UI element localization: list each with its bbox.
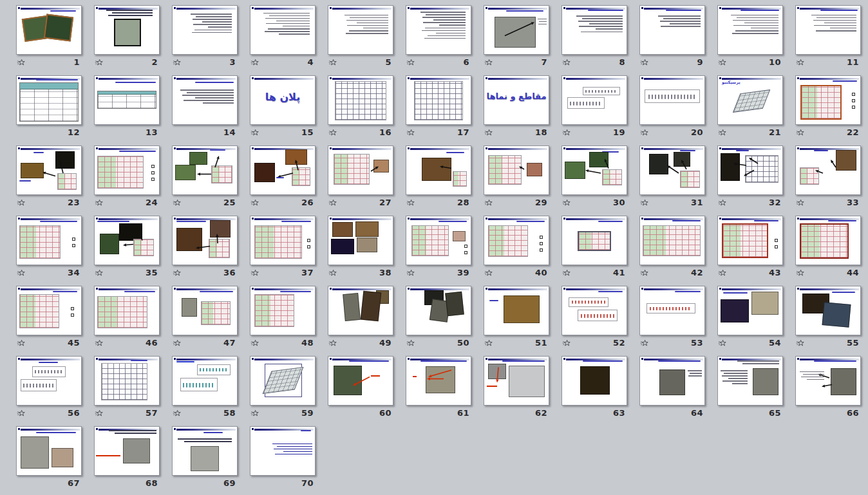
- animation-star-icon[interactable]: [250, 339, 259, 348]
- slide-thumbnail[interactable]: [172, 5, 238, 55]
- slide-thumbnail[interactable]: [795, 5, 861, 55]
- slide-thumbnail[interactable]: [328, 356, 393, 406]
- slide-thumbnail[interactable]: [406, 356, 471, 406]
- slide-thumbnail[interactable]: [717, 286, 783, 335]
- slide-thumbnail[interactable]: [172, 216, 238, 265]
- slide-thumbnail[interactable]: پلان ها: [250, 75, 316, 125]
- slide-thumbnail[interactable]: [484, 145, 549, 195]
- slide-thumbnail[interactable]: [250, 5, 316, 55]
- animation-star-icon[interactable]: [718, 268, 727, 277]
- animation-star-icon[interactable]: [796, 198, 805, 207]
- slide-thumbnail[interactable]: [484, 356, 549, 406]
- slide-thumbnail[interactable]: [561, 216, 627, 265]
- animation-star-icon[interactable]: [17, 339, 26, 348]
- slide-thumbnail[interactable]: [250, 216, 316, 265]
- slide-thumbnail[interactable]: [94, 5, 160, 55]
- animation-star-icon[interactable]: [250, 268, 259, 277]
- animation-star-icon[interactable]: [17, 198, 26, 207]
- animation-star-icon[interactable]: [718, 58, 727, 67]
- animation-star-icon[interactable]: [640, 268, 649, 277]
- animation-star-icon[interactable]: [640, 198, 649, 207]
- slide-thumbnail[interactable]: [795, 145, 861, 195]
- slide-thumbnail[interactable]: [795, 75, 861, 125]
- slide-thumbnail[interactable]: [16, 216, 82, 265]
- slide-thumbnail[interactable]: [94, 286, 160, 335]
- slide-thumbnail[interactable]: [795, 356, 861, 406]
- animation-star-icon[interactable]: [484, 268, 493, 277]
- slide-thumbnail[interactable]: [406, 145, 471, 195]
- slide-thumbnail[interactable]: [561, 286, 627, 335]
- animation-star-icon[interactable]: [562, 128, 571, 137]
- animation-star-icon[interactable]: [718, 128, 727, 137]
- animation-star-icon[interactable]: [17, 409, 26, 418]
- slide-thumbnail[interactable]: [328, 286, 393, 335]
- slide-thumbnail[interactable]: [328, 216, 393, 265]
- slide-thumbnail[interactable]: [172, 286, 238, 335]
- animation-star-icon[interactable]: [484, 128, 493, 137]
- animation-star-icon[interactable]: [796, 128, 805, 137]
- slide-thumbnail[interactable]: [717, 145, 783, 195]
- slide-thumbnail[interactable]: پرسپکتیو: [717, 75, 783, 125]
- slide-thumbnail[interactable]: [94, 75, 160, 125]
- slide-thumbnail[interactable]: مقاطع و نماها: [484, 75, 549, 125]
- animation-star-icon[interactable]: [406, 198, 415, 207]
- slide-thumbnail[interactable]: [328, 75, 393, 125]
- animation-star-icon[interactable]: [406, 128, 415, 137]
- slide-thumbnail[interactable]: [795, 286, 861, 335]
- slide-thumbnail[interactable]: [639, 5, 705, 55]
- animation-star-icon[interactable]: [406, 58, 415, 67]
- animation-star-icon[interactable]: [17, 268, 26, 277]
- slide-thumbnail[interactable]: [717, 5, 783, 55]
- slide-thumbnail[interactable]: [16, 75, 82, 125]
- slide-thumbnail[interactable]: [484, 216, 549, 265]
- animation-star-icon[interactable]: [562, 339, 571, 348]
- slide-thumbnail[interactable]: [639, 356, 705, 406]
- animation-star-icon[interactable]: [406, 339, 415, 348]
- slide-thumbnail[interactable]: [561, 356, 627, 406]
- animation-star-icon[interactable]: [95, 339, 104, 348]
- slide-thumbnail[interactable]: [561, 145, 627, 195]
- animation-star-icon[interactable]: [640, 128, 649, 137]
- slide-thumbnail[interactable]: [250, 286, 316, 335]
- slide-thumbnail[interactable]: [172, 356, 238, 406]
- slide-thumbnail[interactable]: [172, 75, 238, 125]
- animation-star-icon[interactable]: [173, 339, 182, 348]
- animation-star-icon[interactable]: [328, 339, 337, 348]
- animation-star-icon[interactable]: [250, 128, 259, 137]
- animation-star-icon[interactable]: [406, 268, 415, 277]
- animation-star-icon[interactable]: [328, 198, 337, 207]
- animation-star-icon[interactable]: [562, 268, 571, 277]
- animation-star-icon[interactable]: [796, 339, 805, 348]
- slide-thumbnail[interactable]: [484, 286, 549, 335]
- slide-thumbnail[interactable]: [250, 426, 316, 476]
- slide-thumbnail[interactable]: [94, 216, 160, 265]
- animation-star-icon[interactable]: [562, 58, 571, 67]
- animation-star-icon[interactable]: [484, 339, 493, 348]
- animation-star-icon[interactable]: [95, 198, 104, 207]
- animation-star-icon[interactable]: [173, 58, 182, 67]
- animation-star-icon[interactable]: [173, 268, 182, 277]
- animation-star-icon[interactable]: [173, 198, 182, 207]
- slide-thumbnail[interactable]: [795, 216, 861, 265]
- slide-thumbnail[interactable]: [406, 216, 471, 265]
- slide-thumbnail[interactable]: [484, 5, 549, 55]
- animation-star-icon[interactable]: [328, 268, 337, 277]
- slide-thumbnail[interactable]: [94, 145, 160, 195]
- animation-star-icon[interactable]: [718, 198, 727, 207]
- slide-thumbnail[interactable]: [250, 145, 316, 195]
- slide-thumbnail[interactable]: [16, 286, 82, 335]
- slide-thumbnail[interactable]: [328, 5, 393, 55]
- slide-thumbnail[interactable]: [639, 216, 705, 265]
- animation-star-icon[interactable]: [484, 58, 493, 67]
- animation-star-icon[interactable]: [17, 58, 26, 67]
- animation-star-icon[interactable]: [250, 409, 259, 418]
- slide-thumbnail[interactable]: [406, 5, 471, 55]
- animation-star-icon[interactable]: [640, 58, 649, 67]
- slide-thumbnail[interactable]: [16, 5, 82, 55]
- animation-star-icon[interactable]: [484, 198, 493, 207]
- slide-thumbnail[interactable]: [250, 356, 316, 406]
- animation-star-icon[interactable]: [250, 58, 259, 67]
- slide-thumbnail[interactable]: [16, 426, 82, 476]
- slide-thumbnail[interactable]: [94, 356, 160, 406]
- slide-thumbnail[interactable]: [717, 356, 783, 406]
